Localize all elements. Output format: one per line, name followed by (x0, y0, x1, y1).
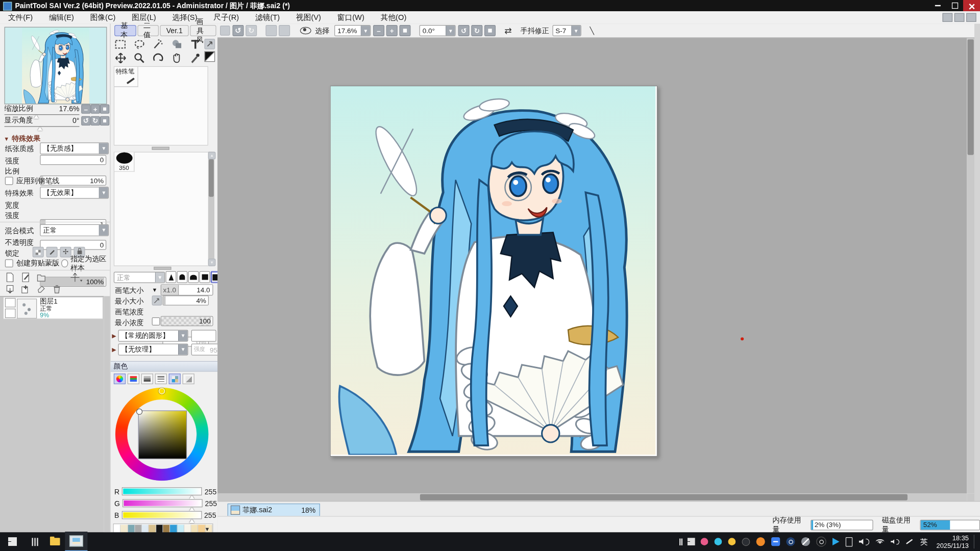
tray-icon[interactable] (756, 537, 765, 546)
usb-device-icon[interactable] (846, 537, 852, 546)
text-tool-icon[interactable] (189, 39, 202, 50)
color-wheel-icon[interactable] (114, 373, 126, 384)
canvas-vscrollbar[interactable] (967, 38, 974, 494)
clear-layer-icon[interactable] (36, 284, 46, 294)
angle-select[interactable]: 0.0°▼ (420, 25, 456, 36)
edge-square-icon[interactable] (200, 271, 210, 283)
start-button[interactable] (0, 537, 25, 546)
close-button[interactable] (963, 0, 980, 11)
tray-pause-icon[interactable] (679, 538, 682, 545)
edge-hard-icon[interactable] (165, 271, 176, 283)
nav-zoom-reset-button[interactable] (100, 104, 109, 113)
undo-icon[interactable]: ↺ (233, 25, 244, 36)
clock[interactable]: 18:35 2025/11/13 (937, 534, 969, 549)
selection-visibility-icon[interactable] (300, 27, 311, 35)
radio-icon[interactable] (61, 259, 68, 267)
nav-angle-slider-handle[interactable] (37, 127, 42, 131)
blend-mode-select[interactable]: 正常▼ (40, 224, 109, 236)
canvas-document[interactable] (330, 86, 658, 457)
line-tool-icon[interactable]: ╲ (590, 26, 594, 35)
sv-square[interactable] (138, 410, 187, 459)
tray-muted-icon[interactable] (801, 537, 810, 546)
canvas-hscrollbar[interactable] (217, 493, 967, 501)
tray-icon[interactable] (728, 538, 736, 545)
lock-pixels-icon[interactable] (46, 247, 58, 258)
edge-soft-icon[interactable] (177, 271, 188, 283)
stabilizer-select[interactable]: S-7▼ (552, 25, 581, 36)
document-tab[interactable]: 菲娜.sai2 18% (228, 504, 320, 517)
nav-zoom-in-button[interactable]: + (91, 104, 100, 113)
new-layer-icon[interactable] (5, 272, 15, 283)
rotate-cw-icon[interactable]: ↻ (471, 25, 482, 36)
size-multiplier[interactable]: x1.0 (161, 285, 179, 295)
chevron-down-icon[interactable]: ▼ (99, 225, 108, 236)
brush-size-cell[interactable]: 350 (114, 153, 134, 172)
rgb-sliders-icon[interactable] (128, 373, 139, 384)
panel-grip[interactable] (114, 147, 207, 150)
lasso-icon[interactable] (133, 39, 145, 50)
layer-row[interactable]: 图层1 正常 9% (4, 297, 102, 319)
color-list-icon[interactable] (155, 373, 167, 384)
brush-cell[interactable]: 特殊笔 (114, 67, 138, 87)
brush-texture-select[interactable]: 【无纹理】▼ (118, 343, 188, 355)
reselect-button[interactable] (279, 25, 290, 36)
chevron-down-icon[interactable]: ▼ (99, 143, 108, 154)
tool-tab[interactable]: 基本 (114, 25, 136, 36)
tray-icon[interactable] (742, 538, 750, 546)
color-wheel[interactable] (115, 387, 209, 481)
mdi-minimize-icon[interactable] (943, 13, 953, 22)
r-handle[interactable] (189, 495, 194, 499)
wifi-icon[interactable] (876, 539, 885, 545)
swatch-menu-icon[interactable]: ▼ (204, 526, 210, 532)
menu-item[interactable]: 图像(C) (82, 11, 124, 23)
menu-item[interactable]: 尺子(R) (205, 11, 247, 23)
menu-item[interactable]: 编辑(E) (41, 11, 82, 23)
b-slider[interactable] (121, 511, 202, 519)
density-slider[interactable]: 100 (161, 316, 213, 327)
rotate-view-icon[interactable] (152, 53, 164, 64)
nav-zoom-slider[interactable] (5, 114, 80, 115)
tray-icon[interactable] (701, 538, 708, 545)
deselect-button[interactable] (265, 25, 277, 36)
g-handle[interactable] (189, 507, 194, 511)
chevron-down-icon[interactable]: ▼ (361, 26, 370, 36)
panel-grip[interactable] (114, 267, 211, 270)
clipping-mask-row[interactable]: 创建剪贴蒙版 (5, 259, 60, 267)
transform-gizmo-icon[interactable] (69, 272, 83, 283)
maximize-button[interactable] (946, 0, 963, 11)
sv-marker[interactable] (136, 409, 142, 415)
tray-icon[interactable] (832, 538, 839, 545)
nav-rotate-cw-button[interactable]: ↻ (91, 116, 100, 126)
zoom-out-icon[interactable]: – (373, 25, 384, 36)
steam-icon[interactable] (816, 537, 826, 547)
minimize-button[interactable] (929, 0, 946, 11)
tray-icon[interactable] (787, 537, 795, 546)
g-slider[interactable] (122, 499, 203, 507)
tool-tab[interactable]: Ver.1 (160, 25, 189, 36)
chevron-down-icon[interactable]: ▼ (571, 26, 580, 36)
hand-tool-icon[interactable] (170, 53, 183, 64)
brush-size-field[interactable]: x1.0 14.0 (161, 284, 213, 295)
layer-thumbnail[interactable] (17, 298, 37, 318)
move-tool-icon[interactable] (114, 53, 127, 64)
color-mixer-icon[interactable] (183, 373, 194, 384)
rotate-ccw-icon[interactable]: ↺ (458, 25, 470, 36)
menu-item[interactable]: 其他(O) (373, 11, 414, 23)
new-folder-icon[interactable] (36, 272, 46, 283)
tool-tab[interactable]: 二值 (137, 25, 159, 36)
angle-reset-icon[interactable] (484, 25, 496, 36)
expander-icon[interactable]: ▶ (112, 346, 116, 353)
apply-to-pen-row[interactable]: 应用到钢笔线 (5, 177, 60, 185)
panel-corner-arrow-button[interactable] (204, 39, 215, 49)
paper-texture-select[interactable]: 【无质感】▼ (40, 142, 109, 154)
effect-select[interactable]: 【无效果】▼ (40, 187, 109, 198)
show-desktop-button[interactable] (977, 532, 980, 551)
nav-angle-reset-button[interactable] (100, 116, 109, 126)
r-slider[interactable] (122, 487, 202, 495)
checkbox-icon[interactable] (5, 177, 13, 185)
canvas-viewport[interactable] (217, 38, 967, 494)
mdi-restore-icon[interactable] (954, 13, 965, 22)
brush-shape-extra-box[interactable] (191, 330, 216, 342)
lock-transparency-icon[interactable] (33, 247, 44, 258)
layer-visibility-toggle[interactable] (5, 298, 16, 307)
